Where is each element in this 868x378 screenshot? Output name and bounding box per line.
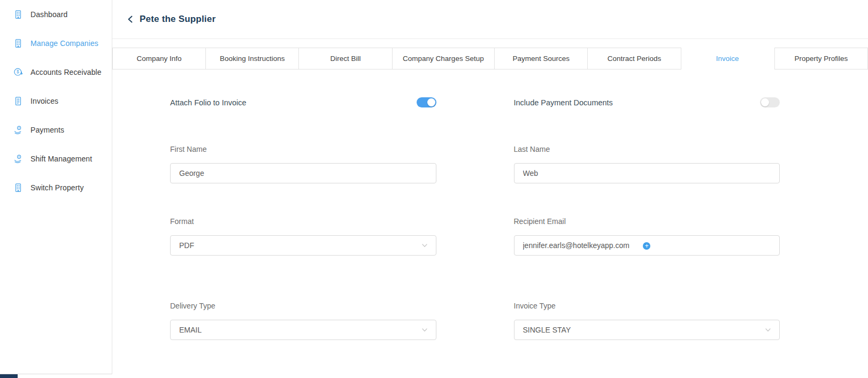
tab-booking-instructions[interactable]: Booking Instructions	[206, 48, 299, 70]
recipient-email-group: Recipient Email +	[514, 217, 780, 256]
hand-coin-icon	[13, 153, 24, 164]
tab-company-charges-setup[interactable]: Company Charges Setup	[393, 48, 495, 70]
chevron-down-icon	[421, 242, 428, 249]
sidebar-item-label: Accounts Receivable	[30, 68, 102, 76]
dollar-refund-icon	[13, 67, 24, 78]
tab-property-profiles[interactable]: Property Profiles	[774, 48, 868, 70]
tab-direct-bill[interactable]: Direct Bill	[299, 48, 392, 70]
app-page: Dashboard Manage Companies Accounts Rece…	[0, 0, 868, 378]
first-name-label: First Name	[170, 145, 436, 153]
tab-payment-sources[interactable]: Payment Sources	[495, 48, 588, 70]
invoice-type-group: Invoice Type SINGLE STAY	[514, 302, 780, 340]
sidebar-item-dashboard[interactable]: Dashboard	[0, 0, 112, 29]
chevron-down-icon	[421, 326, 428, 334]
attach-folio-toggle[interactable]	[417, 97, 436, 107]
delivery-type-label: Delivery Type	[170, 302, 436, 310]
invoice-type-selected-value: SINGLE STAY	[523, 326, 571, 334]
sidebar-item-label: Invoices	[30, 97, 58, 105]
sidebar-item-label: Switch Property	[30, 183, 84, 192]
sidebar-item-switch-property[interactable]: Switch Property	[0, 173, 112, 202]
format-group: Format PDF	[170, 217, 436, 256]
sidebar: Dashboard Manage Companies Accounts Rece…	[0, 0, 112, 374]
company-header: Pete the Supplier	[112, 0, 868, 39]
invoice-document-icon	[13, 96, 24, 106]
sidebar-item-invoices[interactable]: Invoices	[0, 87, 112, 115]
attach-folio-label: Attach Folio to Invoice	[170, 98, 247, 107]
format-selected-value: PDF	[179, 241, 194, 250]
sidebar-item-accounts-receivable[interactable]: Accounts Receivable	[0, 58, 112, 87]
last-name-group: Last Name	[514, 145, 780, 183]
last-name-field[interactable]	[514, 163, 780, 183]
chevron-down-icon	[764, 326, 772, 334]
main-content: Pete the Supplier Company Info Booking I…	[112, 0, 868, 378]
include-payment-documents-row: Include Payment Documents	[514, 97, 780, 107]
sidebar-item-shift-management[interactable]: Shift Management	[0, 144, 112, 173]
invoice-type-select[interactable]: SINGLE STAY	[514, 320, 780, 340]
toggle-knob	[427, 98, 435, 106]
bottom-corner-bar	[0, 374, 18, 378]
recipient-email-label: Recipient Email	[514, 217, 780, 226]
chevron-left-icon[interactable]	[126, 15, 135, 24]
format-select[interactable]: PDF	[170, 235, 436, 256]
sidebar-item-payments[interactable]: Payments	[0, 115, 112, 144]
first-name-field[interactable]	[170, 163, 436, 183]
toggle-knob	[761, 98, 769, 106]
tab-invoice[interactable]: Invoice	[681, 48, 774, 70]
delivery-type-select[interactable]: EMAIL	[170, 320, 436, 340]
sidebar-item-manage-companies[interactable]: Manage Companies	[0, 29, 112, 58]
sidebar-item-label: Payments	[30, 126, 64, 134]
first-name-group: First Name	[170, 145, 436, 183]
sidebar-item-label: Manage Companies	[30, 39, 98, 48]
tab-company-info[interactable]: Company Info	[112, 48, 206, 70]
sidebar-item-label: Dashboard	[30, 10, 67, 19]
delivery-type-group: Delivery Type EMAIL	[170, 302, 436, 340]
tab-contract-periods[interactable]: Contract Periods	[588, 48, 681, 70]
building-icon	[13, 182, 24, 193]
delivery-type-selected-value: EMAIL	[179, 326, 202, 334]
company-tabs: Company Info Booking Instructions Direct…	[112, 48, 868, 70]
format-label: Format	[170, 217, 436, 226]
last-name-label: Last Name	[514, 145, 780, 153]
sidebar-item-label: Shift Management	[30, 155, 92, 163]
attach-folio-row: Attach Folio to Invoice	[170, 97, 436, 107]
building-icon	[13, 38, 24, 49]
building-icon	[13, 9, 24, 20]
include-payment-documents-toggle[interactable]	[760, 97, 780, 107]
page-title: Pete the Supplier	[140, 14, 216, 25]
add-email-button[interactable]: +	[643, 242, 650, 250]
invoice-type-label: Invoice Type	[514, 302, 780, 310]
include-payment-documents-label: Include Payment Documents	[514, 98, 613, 107]
invoice-settings-form: Attach Folio to Invoice Include Payment …	[170, 97, 780, 340]
hand-coin-icon	[13, 125, 24, 135]
